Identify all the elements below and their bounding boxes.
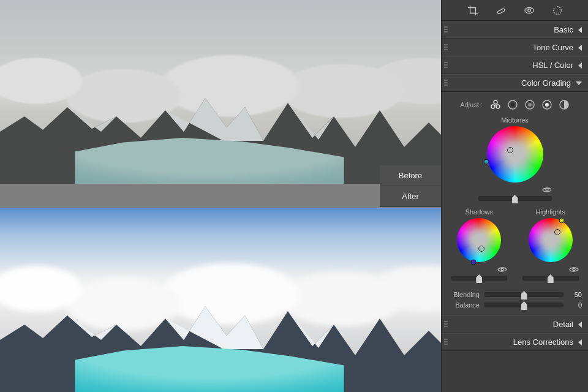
midtones-zone: Midtones bbox=[448, 116, 582, 202]
svg-point-3 bbox=[553, 6, 561, 14]
section-hsl-color[interactable]: HSL / Color bbox=[442, 56, 588, 74]
section-title: Basic bbox=[554, 25, 573, 34]
drag-handle-icon bbox=[444, 80, 448, 87]
section-title: Detail bbox=[553, 320, 573, 329]
zone-label: Midtones bbox=[501, 116, 529, 124]
eye-icon[interactable] bbox=[497, 266, 507, 273]
before-image bbox=[0, 0, 441, 184]
shadows-lum-slider[interactable] bbox=[451, 276, 507, 281]
highlights-lum-slider[interactable] bbox=[522, 276, 579, 281]
zone-label: Highlights bbox=[536, 208, 565, 216]
section-color-grading[interactable]: Color Grading bbox=[442, 74, 588, 92]
after-label: After bbox=[380, 186, 441, 207]
svg-point-6 bbox=[496, 105, 500, 108]
mode-global-icon[interactable] bbox=[559, 99, 570, 110]
section-lens-corrections[interactable]: Lens Corrections bbox=[442, 333, 588, 351]
svg-point-8 bbox=[511, 103, 514, 107]
adjust-label: Adjust : bbox=[460, 101, 483, 108]
svg-point-16 bbox=[573, 268, 575, 271]
drag-handle-icon bbox=[444, 62, 448, 69]
param-value: 50 bbox=[568, 291, 582, 298]
balance-slider[interactable] bbox=[484, 303, 564, 307]
section-tone-curve[interactable]: Tone Curve bbox=[442, 39, 588, 56]
blending-slider[interactable] bbox=[484, 292, 564, 297]
tool-strip bbox=[442, 0, 588, 21]
redeye-icon[interactable] bbox=[524, 5, 535, 16]
param-label: Balance bbox=[448, 301, 480, 309]
eye-icon[interactable] bbox=[569, 266, 579, 273]
mode-midtones-icon[interactable] bbox=[524, 99, 535, 110]
svg-point-15 bbox=[501, 268, 503, 271]
collapse-icon bbox=[578, 27, 582, 33]
color-grading-body: Adjust : Midtones Sha bbox=[442, 92, 588, 315]
radial-icon[interactable] bbox=[552, 5, 563, 16]
expand-icon bbox=[576, 81, 582, 85]
section-title: Color Grading bbox=[521, 78, 571, 88]
svg-point-5 bbox=[491, 105, 495, 108]
blending-row: Blending 50 bbox=[448, 291, 582, 298]
eye-icon[interactable] bbox=[542, 186, 552, 194]
develop-panel: Basic Tone Curve HSL / Color Color Gradi… bbox=[441, 0, 588, 392]
shadows-zone: Shadows bbox=[448, 208, 511, 282]
svg-point-14 bbox=[546, 189, 548, 191]
before-label: Before bbox=[380, 165, 441, 186]
svg-point-1 bbox=[524, 7, 533, 13]
preview-divider bbox=[0, 184, 441, 208]
after-image bbox=[0, 208, 441, 392]
param-label: Blending bbox=[448, 291, 480, 298]
svg-point-12 bbox=[545, 103, 549, 107]
preview-area: Before After bbox=[0, 0, 441, 392]
shadows-wheel[interactable] bbox=[457, 218, 501, 262]
midtones-lum-slider[interactable] bbox=[478, 196, 552, 201]
collapse-icon bbox=[578, 339, 582, 345]
svg-point-4 bbox=[494, 100, 497, 104]
param-value: 0 bbox=[568, 301, 582, 309]
highlights-wheel[interactable] bbox=[529, 218, 573, 262]
heal-icon[interactable] bbox=[496, 5, 507, 16]
section-title: Lens Corrections bbox=[513, 337, 573, 347]
crop-icon[interactable] bbox=[467, 5, 478, 16]
section-title: HSL / Color bbox=[532, 61, 573, 70]
balance-row: Balance 0 bbox=[448, 301, 582, 309]
section-title: Tone Curve bbox=[533, 43, 573, 52]
drag-handle-icon bbox=[444, 321, 448, 328]
svg-point-10 bbox=[528, 103, 532, 107]
svg-point-2 bbox=[527, 9, 530, 12]
highlights-zone: Highlights bbox=[519, 208, 582, 282]
svg-rect-0 bbox=[497, 8, 505, 14]
zone-label: Shadows bbox=[466, 208, 493, 216]
drag-handle-icon bbox=[444, 26, 448, 34]
drag-handle-icon bbox=[444, 339, 448, 346]
mode-shadows-icon[interactable] bbox=[507, 99, 518, 110]
mode-3way-icon[interactable] bbox=[490, 99, 501, 110]
section-detail[interactable]: Detail bbox=[442, 315, 588, 333]
collapse-icon bbox=[578, 62, 582, 69]
mode-highlights-icon[interactable] bbox=[541, 99, 552, 110]
section-basic[interactable]: Basic bbox=[442, 21, 588, 39]
midtones-wheel[interactable] bbox=[487, 126, 543, 183]
collapse-icon bbox=[578, 45, 582, 51]
drag-handle-icon bbox=[444, 44, 448, 51]
collapse-icon bbox=[578, 322, 582, 328]
